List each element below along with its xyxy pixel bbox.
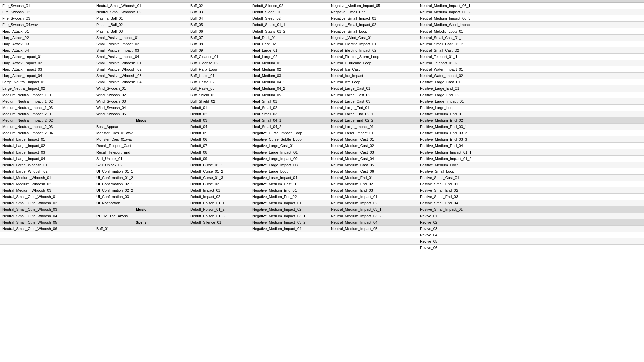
col-header-3 [188,0,250,3]
table-cell: Neutral_Electric_Impact_01 [329,41,418,47]
table-cell: Neutral_Small_Whoosh_01 [94,3,188,9]
table-cell: Medium_Neutral_Impact_1_03 [0,105,94,111]
table-cell [512,187,644,194]
table-cell: Neutral_Large_Impact_01 [329,124,418,130]
table-cell: Debuff_Curse_01_1 [188,162,250,168]
table-cell [512,47,644,54]
table-cell: Debuff_Curse_01_3 [188,175,250,181]
table-cell [512,9,644,15]
col-header-7 [512,0,644,3]
table-cell: Neutral_Small_Cast_01_2 [418,41,512,47]
table-cell: UI_Notification [94,200,188,206]
table-cell: Buff_04 [188,15,250,22]
table-cell: Debuff_Sleep_01 [250,9,329,15]
table-cell [512,117,644,124]
table-cell: Wind_Swoosh_04 [94,105,188,111]
table-cell: Neutral_Electric_Storm_Loop [329,54,418,60]
table-cell: Debuff_04 [188,124,250,130]
table-cell: Neutral_Large_End_01 [329,105,418,111]
table-cell: Postive_Small_End_03 [418,194,512,200]
table-cell [512,245,644,251]
table-cell: Buff_09 [188,47,250,54]
table-cell: Heal_Dark_01 [250,35,329,41]
table-cell: Neutral_Large_Cast_02 [329,92,418,98]
table-cell: Negative_Small_End [329,9,418,15]
table-cell: Buff_Haste_02 [188,79,250,85]
table-cell: Neutral_Small_Cute_Whoosh_03 [0,206,94,213]
table-cell: Music [94,206,188,213]
table-cell [512,124,644,130]
table-cell: Neutral_Large_Impact_01 [0,136,94,143]
table-cell: Buff_Shield_02 [188,98,250,105]
table-cell: Positive_Medium_End_03_2 [418,130,512,136]
table-cell: Neutral_Large_Cast_01 [329,85,418,92]
table-cell: Heal_Medium_01 [250,60,329,66]
table-cell [512,60,644,66]
table-cell: Revive_04 [418,232,512,238]
table-cell: Buff_01 [94,226,188,232]
table-cell: Positive_Medium_End_01 [418,111,512,117]
table-cell: Neutral_Large_Cast_03 [329,98,418,105]
table-cell: Heal_Medium_04_2 [250,85,329,92]
table-cell: Positive_Large_Impact_01 [418,98,512,105]
table-cell: Negative_Medium_Cast_01 [250,181,329,187]
table-cell: Negative_Small_Loop [329,28,418,35]
table-cell [329,232,418,238]
table-cell [512,79,644,85]
table-cell [512,162,644,168]
col-header-6 [418,0,512,3]
table-cell: Harp_Attack_02 [0,35,94,41]
table-cell: Negative_Curse_Impact_Loop [250,130,329,136]
table-cell: Neutral_Medium_Wind_Impact [418,22,512,28]
table-cell: Skill_Unlock_01 [94,156,188,162]
table-cell: Heal_Large_01 [250,47,329,54]
table-cell [512,98,644,105]
table-cell [250,245,329,251]
table-cell [512,143,644,149]
table-cell [512,105,644,111]
table-cell: Neutral_Electric_Impact_02 [329,47,418,54]
table-cell: Neutral_Teleport_01_1 [418,54,512,60]
table-cell: Neutral_Medium_Impact_03_2 [329,213,418,219]
table-cell: Monster_Dies_01.wav [94,130,188,136]
table-cell: Harp_Attack_01 [0,28,94,35]
table-cell [188,226,250,232]
table-cell: Plasma_Ball_01 [94,15,188,22]
table-cell: Negative_Medium_Impact_02 [250,206,329,213]
col-header-4 [250,0,329,3]
table-cell: Buff_07 [188,35,250,41]
table-cell: Negative_Small_Impact_02 [329,22,418,28]
table-cell: Neutral_Medium_Impact_06_2 [418,9,512,15]
table-cell: Buff_Cleanse_02 [188,60,250,66]
table-cell: Neutral_Large_Impact_02 [0,143,94,149]
table-cell: Small_Positve_Whoosh_01 [94,60,188,66]
table-cell: Debuff_03 [188,117,250,124]
table-cell: Positive_Small_Loop [418,168,512,175]
table-cell: Revive_01 [418,213,512,219]
table-cell: Negative_Medium_End_02 [250,194,329,200]
table-cell: Small_Positve_Impact_01 [94,35,188,41]
col-header-1 [0,0,94,3]
table-cell: Positive_Medium_Impact_01_1 [418,149,512,156]
table-cell: Debuff_Silence_02 [250,3,329,9]
table-cell: Neutral_Small_Cute_Whoosh_04 [0,213,94,219]
table-cell: Small_Positve_Whoosh_02 [94,66,188,73]
table-cell: Neutral_Large_End_02_2 [329,117,418,124]
table-cell: Debuff_Stasis_01_2 [250,28,329,35]
table-cell: Neutral_Medium_Cast_02 [329,143,418,149]
table-cell [188,245,250,251]
table-cell: Buff_Shield_01 [188,92,250,98]
table-cell [512,130,644,136]
table-cell: Debuff_Impact_01 [188,187,250,194]
table-cell: Small_Positve_Impact_03 [94,47,188,54]
table-cell: Neutral_Small_Cute_Whoosh_06 [0,226,94,232]
table-cell [512,85,644,92]
table-cell: Postive_Small_End_04 [418,200,512,206]
table-cell: Debuff_Poison_01_2 [188,206,250,213]
table-cell: Negative_Medium_End_01 [250,187,329,194]
table-cell: Harp_Attack_Impact_01 [0,54,94,60]
table-cell: Medium_Neutral_Impact_2_03 [0,124,94,130]
table-cell: Revive_06 [418,245,512,251]
table-cell [512,206,644,213]
table-cell: Buff_05 [188,22,250,28]
